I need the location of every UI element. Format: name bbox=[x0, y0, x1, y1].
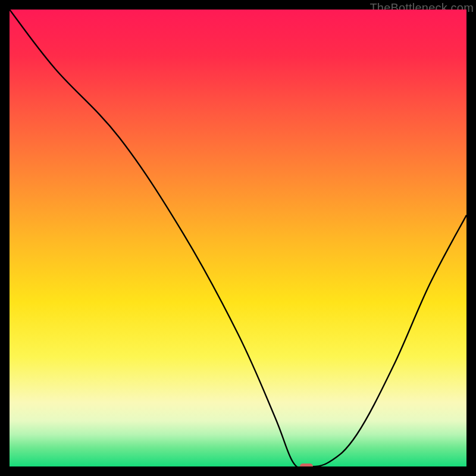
plot-area bbox=[10, 10, 466, 466]
curve-path bbox=[10, 10, 466, 466]
bottleneck-curve bbox=[10, 10, 466, 466]
optimum-marker bbox=[300, 464, 313, 466]
chart-canvas: TheBottleneck.com bbox=[0, 0, 476, 476]
